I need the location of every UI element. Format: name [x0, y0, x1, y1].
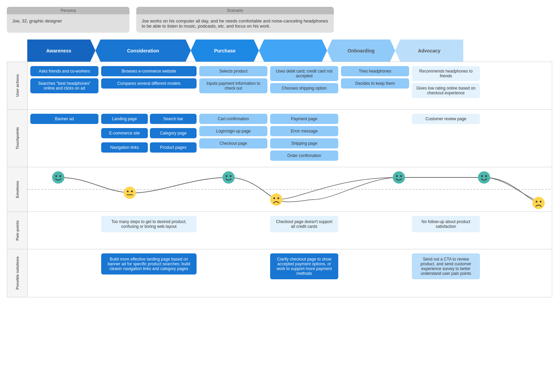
emotion-advocacy-sad	[532, 197, 545, 210]
sol-consideration-card: Build more effective landing page based …	[101, 253, 197, 275]
phase-headers: Awareness Consideration Purchase Onboard…	[7, 40, 552, 62]
svg-point-15	[400, 175, 402, 177]
svg-point-10	[270, 193, 282, 206]
svg-point-14	[396, 175, 398, 177]
touchpoints-row: Touchpoints Banner ad Landing page Searc…	[7, 110, 552, 167]
svg-point-16	[478, 171, 490, 184]
sol-consideration: Build more effective landing page based …	[101, 253, 197, 275]
journey-grid: User actions Asks friends and co-workers…	[7, 62, 552, 297]
tp-consideration-landing: Landing page	[101, 114, 148, 124]
ua-awareness-card1: Asks friends and co-workers	[30, 66, 98, 76]
emotion-onboarding	[393, 171, 405, 185]
sol-payment-card: Clarify checkout page to show accepted p…	[270, 253, 338, 279]
ua-awareness-card2: Searches "best headphones" online and cl…	[30, 78, 98, 93]
svg-point-4	[124, 187, 136, 199]
user-actions-content: Asks friends and co-workers Searches "be…	[28, 62, 552, 109]
emotion-advocacy-happy	[478, 171, 490, 185]
pp-payment: Checkout page doesn't support all credit…	[270, 216, 338, 232]
pp-advocacy: No follow-up about product satisfaction	[412, 216, 480, 232]
tp-consideration-nav: Navigation links	[101, 142, 148, 153]
emotion-awareness	[52, 171, 64, 185]
sol-advocacy: Send out a CTA to review product, and se…	[412, 253, 480, 279]
svg-point-8	[226, 175, 228, 177]
ua-payment-card2: Chooses shipping option	[270, 83, 338, 93]
phase-purchase: Purchase	[191, 40, 259, 62]
pp-consideration: Too many steps to get to desired product…	[101, 216, 197, 232]
emotion-consideration	[124, 187, 136, 200]
persona-box: Persona Joe, 32, graphic designer	[7, 7, 129, 33]
tp-payment: Payment page Error message Shipping page…	[270, 114, 338, 163]
scenario-box: Scenario Joe works on his computer all d…	[136, 7, 334, 33]
svg-point-1	[52, 171, 64, 184]
persona-content: Joe, 32, graphic designer	[7, 14, 129, 28]
phase-onboarding: Onboarding	[327, 40, 395, 62]
tp-consideration: Landing page Search bar E-commerce site …	[101, 114, 197, 155]
phase-advocacy: Advocacy	[395, 40, 463, 62]
tp-purchase-checkout: Checkout page	[199, 138, 267, 148]
emotions-content	[28, 167, 552, 211]
tp-consideration-product: Product pages	[150, 142, 197, 153]
touchpoints-content: Banner ad Landing page Search bar E-comm…	[28, 110, 552, 167]
phase-payment	[259, 40, 327, 62]
ua-payment-card1: Uses debit card; credit card not accepte…	[270, 66, 338, 81]
scenario-label: Scenario	[136, 7, 334, 14]
ua-advocacy-card1: Recommends headphones to friends	[412, 66, 480, 81]
tp-purchase: Cart confirmation Login/sign-up page Che…	[199, 114, 267, 151]
tp-consideration-category: Category page	[150, 128, 197, 138]
phase-consideration: Consideration	[95, 40, 191, 62]
ua-onboarding-card1: Tries headphones	[341, 66, 409, 76]
pp-payment-card: Checkout page doesn't support all credit…	[270, 216, 338, 232]
tp-payment-page: Payment page	[270, 114, 338, 124]
solutions-content: Build more effective landing page based …	[28, 249, 552, 297]
ua-awareness: Asks friends and co-workers Searches "be…	[30, 66, 98, 95]
svg-point-3	[60, 175, 61, 177]
svg-point-20	[536, 201, 538, 203]
ua-consideration-card1: Browses e-commerce website	[101, 66, 197, 76]
ua-advocacy: Recommends headphones to friends Gives l…	[412, 66, 480, 100]
tp-purchase-cart: Cart confirmation	[199, 114, 267, 124]
ua-onboarding-card2: Decides to keep them	[341, 78, 409, 89]
svg-point-6	[131, 191, 133, 192]
svg-point-7	[222, 171, 235, 184]
sol-payment: Clarify checkout page to show accepted p…	[270, 253, 338, 279]
svg-point-13	[393, 171, 405, 184]
ua-purchase-card2: Inputs payment information to check out	[199, 78, 267, 93]
emotion-line-svg	[28, 167, 552, 211]
tp-purchase-login: Login/sign-up page	[199, 126, 267, 136]
pain-points-row: Pain points Too many steps to get to des…	[7, 212, 552, 249]
ua-onboarding: Tries headphones Decides to keep them	[341, 66, 409, 91]
ua-advocacy-card2: Gives low rating online based on checkou…	[412, 83, 480, 98]
svg-point-5	[127, 191, 129, 192]
emotion-purchase	[222, 171, 235, 185]
ua-consideration: Browses e-commerce website Compares seve…	[101, 66, 197, 91]
tp-consideration-ecommerce: E-commerce site	[101, 128, 148, 138]
pain-points-content: Too many steps to get to desired product…	[28, 212, 552, 249]
tp-advocacy-review: Customer review page	[412, 114, 480, 124]
pp-consideration-card: Too many steps to get to desired product…	[101, 216, 197, 232]
touchpoints-label: Touchpoints	[7, 110, 28, 167]
tp-payment-error: Error message	[270, 126, 338, 136]
emotions-row: Emotions	[7, 167, 552, 212]
main-container: Persona Joe, 32, graphic designer Scenar…	[0, 0, 559, 304]
ua-purchase-card1: Selects product	[199, 66, 267, 76]
ua-consideration-card2: Compares several different models	[101, 78, 197, 89]
top-row: Persona Joe, 32, graphic designer Scenar…	[7, 7, 552, 33]
emotion-payment	[270, 193, 282, 207]
svg-point-9	[230, 175, 232, 177]
tp-awareness: Banner ad	[30, 114, 98, 126]
solutions-row: Possible solutions Build more effective …	[7, 249, 552, 297]
sol-advocacy-card: Send out a CTA to review product, and se…	[412, 253, 480, 279]
tp-consideration-search: Search bar	[150, 114, 197, 124]
ua-purchase: Selects product Inputs payment informati…	[199, 66, 267, 95]
svg-point-19	[532, 197, 545, 209]
svg-point-12	[278, 198, 279, 199]
pp-advocacy-card: No follow-up about product satisfaction	[412, 216, 480, 232]
tp-payment-order: Order confirmation	[270, 151, 338, 161]
ua-payment: Uses debit card; credit card not accepte…	[270, 66, 338, 95]
phase-awareness: Awareness	[27, 40, 95, 62]
emotions-label: Emotions	[7, 167, 28, 211]
user-actions-label: User actions	[7, 62, 28, 109]
tp-advocacy: Customer review page	[412, 114, 480, 126]
persona-label: Persona	[7, 7, 129, 14]
svg-point-18	[485, 175, 487, 177]
